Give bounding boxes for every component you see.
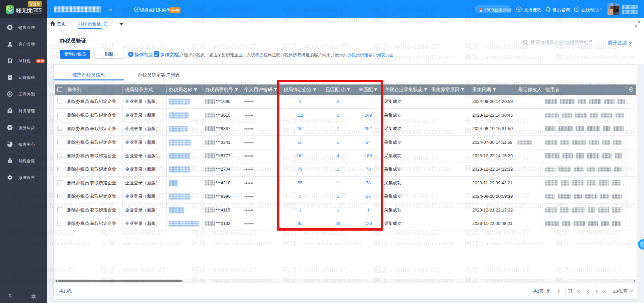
- svg-text:?: ?: [576, 7, 578, 11]
- svg-text:AI: AI: [9, 61, 11, 63]
